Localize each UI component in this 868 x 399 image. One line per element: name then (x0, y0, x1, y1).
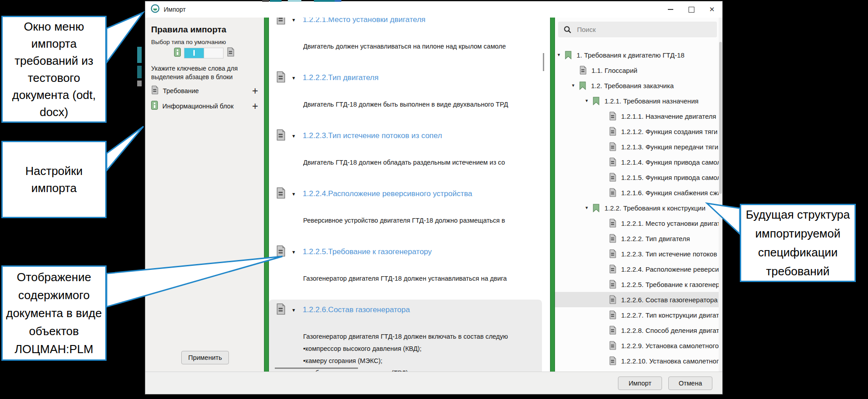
minimize-button[interactable] (660, 1, 681, 18)
collapse-arrow-icon[interactable]: ▼ (291, 18, 296, 22)
tree-row[interactable]: ▼1.2.1. Требования назначения (555, 93, 719, 108)
titlebar[interactable]: Импорт ✕ (145, 1, 722, 18)
callout-text: Настройки импорта (5, 162, 103, 197)
window-controls: ✕ (660, 1, 722, 18)
section-body: Газогенератор двигателя ГТД-18 должен вк… (303, 331, 535, 372)
add-rule-button[interactable]: + (252, 86, 258, 95)
tree-row[interactable]: 1.2.2.8. Способ деления двигателя... (555, 323, 719, 338)
document-icon (609, 142, 616, 151)
chevron-down-icon[interactable]: ▼ (585, 206, 593, 210)
default-type-label: Выбор типа по умолчанию (151, 39, 226, 45)
document-section[interactable]: ▼1.2.2.5.Требование к газогенераторуГазо… (269, 242, 542, 287)
section-body: Реверсивное устройство двигателя ГТД-18 … (303, 215, 535, 227)
tree-item-label: 1.2.1.5. Функция привода самолет... (621, 174, 722, 181)
document-icon (609, 341, 616, 350)
tree-row[interactable]: 1.2.1.1. Назначение двигателя (555, 108, 719, 124)
document-icon (276, 18, 286, 27)
tree-item-label: 1.2.2.4. Расположение реверсивно... (621, 265, 722, 273)
document-icon (609, 112, 616, 121)
tree-scrollbar-thumb[interactable] (719, 42, 722, 194)
type-toggle-switch[interactable] (184, 48, 224, 58)
tree-row[interactable]: ▼1. Требования к двигателю ГТД-18 (555, 47, 719, 63)
apply-button[interactable]: Применить (181, 351, 229, 364)
tree-row[interactable]: 1.2.2.3. Тип истечение потоков из... (555, 246, 719, 261)
callout-import-settings: Настройки импорта (1, 141, 107, 218)
tree-row[interactable]: 1.2.2.4. Расположение реверсивно... (555, 261, 719, 277)
tree-item-label: 1.2.2.6. Состав газогенератора (621, 296, 718, 304)
callout-document-content: Отображение содержимого документа в виде… (1, 265, 107, 361)
maximize-button[interactable] (681, 1, 702, 18)
document-section[interactable]: ▼1.2.2.4.Расположение реверсивного устро… (269, 184, 542, 229)
toggle-thumb[interactable] (204, 48, 223, 58)
tree-item-label: 1.2.2.1. Место установки двигателя (621, 220, 722, 227)
tree-row[interactable]: 1.2.2.7. Тип конструкции двигателя (555, 307, 719, 323)
section-title: 1.2.2.2.Тип двигателя (303, 72, 379, 84)
tree-row[interactable]: 1.2.2.2. Тип двигателя (555, 231, 719, 246)
horizontal-scrollbar-thumb[interactable] (275, 368, 358, 369)
tree-row[interactable]: 1.2.2.1. Место установки двигателя (555, 215, 719, 231)
tree-item-label: 1.2.2. Требования к конструкции (604, 204, 706, 212)
close-button[interactable]: ✕ (702, 1, 722, 18)
tree-row[interactable]: 1.1. Глоссарий (555, 63, 719, 78)
tree-row[interactable]: 1.2.1.3. Функция передачи тяги (555, 139, 719, 154)
tree-row[interactable]: 1.2.1.6. Функция снабжения сжаты... (555, 185, 719, 200)
search-box[interactable] (558, 22, 717, 37)
chevron-down-icon[interactable]: ▼ (571, 83, 579, 88)
background-artifact (288, 0, 301, 2)
tree-row[interactable]: 1.2.2.10. Установка самолетного ге... (555, 353, 719, 368)
section-title: 1.2.2.4.Расположение реверсивного устрой… (303, 188, 472, 200)
document-icon (609, 188, 616, 197)
minimize-icon (668, 9, 673, 10)
tree-item-label: 1.2.2.10. Установка самолетного ге... (621, 357, 722, 365)
collapse-arrow-icon[interactable]: ▼ (291, 192, 296, 197)
tree-scrollbar[interactable] (719, 18, 722, 372)
document-icon (227, 47, 234, 58)
collapse-arrow-icon[interactable]: ▼ (291, 308, 296, 313)
rule-row-info-block[interactable]: Информационный блок + (151, 100, 258, 112)
collapse-arrow-icon[interactable]: ▼ (291, 134, 296, 139)
search-input[interactable] (576, 25, 708, 34)
cancel-button[interactable]: Отмена (668, 377, 712, 390)
import-dialog-window: Импорт ✕ Правила импорта Выбор типа по у… (145, 1, 723, 395)
document-content-panel: ▼1.2.2.1.Место установки двигателяДвигат… (269, 18, 550, 372)
collapse-arrow-icon[interactable]: ▼ (291, 250, 296, 255)
tree-item-label: 1.2.2.3. Тип истечение потоков из... (621, 250, 722, 258)
tree-row[interactable]: 1.2.1.4. Функция привода самолет... (555, 154, 719, 170)
tree-item-label: 1.2.1.3. Функция передачи тяги (621, 143, 718, 151)
document-icon (609, 295, 616, 304)
tree-row[interactable]: 1.2.2.6. Состав газогенератора (555, 292, 719, 307)
tree-row[interactable]: 1.2.2.5. Требование к газогенерат... (555, 277, 719, 292)
document-icon (609, 326, 616, 335)
section-title: 1.2.2.6.Состав газогенератора (303, 304, 410, 316)
collapse-arrow-icon[interactable]: ▼ (291, 76, 296, 81)
document-icon (609, 173, 616, 182)
add-rule-button[interactable]: + (252, 102, 258, 111)
tree-item-label: 1.2.2.2. Тип двигателя (621, 235, 690, 242)
import-button[interactable]: Импорт (618, 377, 662, 390)
rule-row-requirement[interactable]: Требование + (151, 85, 258, 97)
tree-item-label: 1.2.1. Требования назначения (604, 97, 698, 105)
dialog-footer: Импорт Отмена (145, 372, 722, 394)
vertical-scrollbar-thumb[interactable] (543, 53, 544, 71)
section-body: Двигатель ГТД-18 должен обладать раздель… (303, 157, 535, 169)
document-section[interactable]: ▼1.2.2.3.Тип истечение потоков из сопелД… (269, 126, 542, 171)
document-section[interactable]: ▼1.2.2.2.Тип двигателяДвигатель ГТД-18 д… (269, 67, 542, 113)
tree-item-label: 1. Требования к двигателю ГТД-18 (577, 51, 685, 59)
tree-row[interactable]: 1.2.1.2. Функция создания тяги (555, 124, 719, 139)
tree-row[interactable]: ▼1.2.2. Требования к конструкции (555, 200, 719, 215)
document-icon (609, 249, 616, 258)
background-artifact (137, 47, 142, 63)
tree-row[interactable]: 1.2.2.9. Установка самолетного ги... (555, 338, 719, 353)
tree-row[interactable]: ▼1.2. Требования заказчика (555, 78, 719, 93)
callout-text: Будущая структура импортируемой специфик… (744, 205, 852, 281)
document-section[interactable]: ▼1.2.2.6.Состав газогенератораГазогенера… (269, 300, 542, 372)
tree-item-label: 1.2.1.4. Функция привода самолет... (621, 158, 722, 166)
chevron-down-icon[interactable]: ▼ (557, 53, 565, 57)
document-icon (276, 245, 286, 259)
document-icon (609, 310, 616, 319)
chevron-down-icon[interactable]: ▼ (585, 99, 593, 103)
document-section[interactable]: ▼1.2.2.1.Место установки двигателяДвигат… (269, 18, 542, 55)
tree-row[interactable]: 1.2.1.5. Функция привода самолет... (555, 170, 719, 185)
rule-label: Требование (163, 87, 199, 94)
tree-item-label: 1.2.1.6. Функция снабжения сжаты... (621, 189, 722, 197)
